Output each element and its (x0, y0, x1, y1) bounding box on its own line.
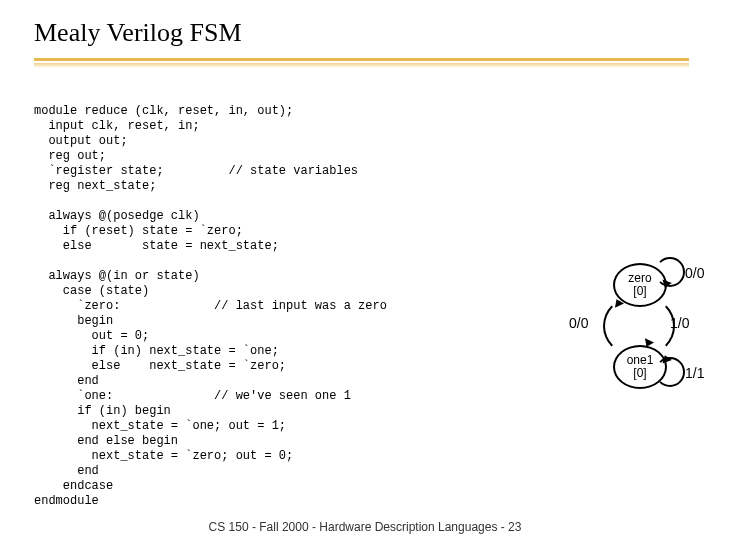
edge-label-one-to-zero: 0/0 (569, 315, 588, 331)
arc-one-self (655, 357, 685, 387)
slide-title: Mealy Verilog FSM (34, 18, 242, 48)
arc-one-to-zero (603, 297, 647, 355)
edge-label-zero-self: 0/0 (685, 265, 704, 281)
code-block: module reduce (clk, reset, in, out); inp… (34, 104, 387, 509)
slide-footer: CS 150 - Fall 2000 - Hardware Descriptio… (0, 520, 730, 534)
title-underline (34, 58, 689, 70)
edge-label-one-self: 1/1 (685, 365, 704, 381)
fsm-diagram: zero [0] 0/0 one1 [0] 1/1 1/0 0/0 (555, 255, 710, 415)
edge-label-zero-to-one: 1/0 (670, 315, 689, 331)
